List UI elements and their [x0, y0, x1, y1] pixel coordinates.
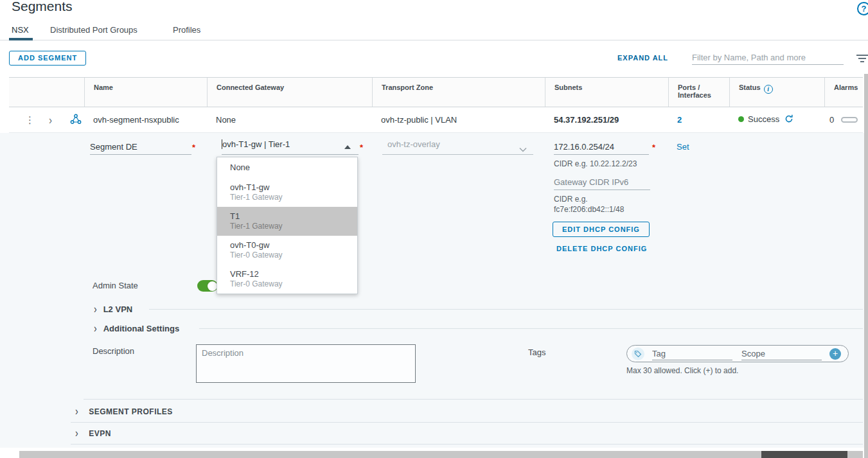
additional-settings-label: Additional Settings: [103, 324, 179, 333]
tab-nsx[interactable]: NSX: [12, 25, 29, 35]
active-tab-underline: [9, 38, 33, 40]
dropdown-option-sublabel: Tier-1 Gateway: [230, 193, 357, 202]
column-header-controls: [9, 78, 84, 107]
evpn-expander[interactable]: ›EVPN: [75, 428, 111, 438]
description-textarea[interactable]: [196, 344, 416, 383]
cell-subnets: 54.37.192.251/29: [545, 115, 668, 125]
add-tag-button[interactable]: +: [829, 348, 841, 360]
column-header-name: Name: [84, 78, 207, 107]
gateway-cidr-input[interactable]: [554, 139, 649, 155]
status-text: Success: [748, 114, 779, 124]
refresh-icon[interactable]: [784, 116, 793, 125]
description-label: Description: [93, 346, 134, 356]
dropdown-option-vrf-12[interactable]: VRF-12 Tier-0 Gateway: [217, 265, 357, 294]
gateway-cidr-ipv6-input[interactable]: [554, 175, 650, 190]
chevron-right-icon: ›: [75, 405, 78, 418]
chevron-down-icon[interactable]: [519, 145, 527, 154]
cell-alarms: 0: [824, 115, 863, 125]
tab-profiles[interactable]: Profiles: [173, 25, 200, 35]
dropdown-option-label: None: [230, 162, 357, 173]
column-header-status: Statusi: [729, 78, 824, 107]
column-header-alarms: Alarms: [824, 78, 863, 107]
success-dot-icon: [738, 116, 744, 122]
section-divider: [199, 328, 863, 329]
dropdown-option-label: ovh-T0-gw: [230, 240, 357, 251]
admin-state-label: Admin State: [93, 281, 138, 290]
tags-hint: Max 30 allowed. Click (+) to add.: [626, 366, 738, 375]
caret-up-icon[interactable]: [344, 145, 351, 149]
cell-transport-zone: ovh-tz-public | VLAN: [372, 115, 545, 125]
set-link[interactable]: Set: [677, 142, 689, 152]
page-title: Segments: [12, 0, 73, 14]
segment-edit-form: [0, 133, 868, 448]
dropdown-option-label: ovh-T1-gw: [230, 182, 357, 193]
table-row: ⋮ › ovh-segment-nsxpublic None ovh-tz-pu…: [9, 107, 863, 133]
alarms-count: 0: [829, 115, 834, 125]
dropdown-option-t1[interactable]: T1 Tier-1 Gateway: [217, 207, 357, 236]
dropdown-option-sublabel: Tier-0 Gateway: [230, 251, 357, 260]
gateway-cidr-hint: CIDR e.g. 10.22.12.2/23: [554, 159, 637, 168]
chevron-right-icon[interactable]: ›: [49, 113, 52, 126]
required-marker: *: [652, 143, 655, 152]
admin-state-toggle[interactable]: [197, 280, 218, 292]
horizontal-scrollbar-thumb[interactable]: [761, 451, 847, 458]
filter-input[interactable]: [692, 51, 844, 65]
row-menu-icon[interactable]: ⋮: [25, 116, 35, 125]
toggle-knob: [208, 281, 217, 291]
chevron-right-icon: ›: [94, 303, 97, 315]
horizontal-scrollbar[interactable]: [19, 451, 863, 458]
tags-label: Tags: [528, 348, 545, 357]
filter-icon[interactable]: [856, 55, 868, 64]
expand-all-link[interactable]: EXPAND ALL: [617, 54, 668, 62]
divider: [71, 422, 863, 423]
dropdown-option-label: T1: [230, 211, 357, 222]
scope-input[interactable]: [741, 348, 822, 360]
dropdown-option-sublabel: Tier-1 Gateway: [230, 222, 357, 231]
ports-count-link[interactable]: 2: [677, 115, 682, 125]
alarm-gauge-icon[interactable]: [841, 117, 858, 123]
segment-profiles-expander[interactable]: ›SEGMENT PROFILES: [75, 406, 173, 416]
vertical-scrollbar[interactable]: [864, 74, 868, 458]
column-header-subnets: Subnets: [545, 78, 668, 107]
additional-settings-expander[interactable]: ›Additional Settings: [94, 323, 179, 333]
transport-zone-combobox[interactable]: ovh-tz-overlay: [382, 139, 533, 155]
tab-bar: NSX Distributed Port Groups Profiles: [0, 23, 868, 40]
l2vpn-label: L2 VPN: [103, 304, 133, 314]
help-icon[interactable]: ?: [857, 2, 868, 15]
dropdown-option-sublabel: Tier-0 Gateway: [230, 279, 357, 289]
tags-input-group: +: [626, 345, 849, 362]
column-header-ports-interfaces: Ports / Interfaces: [668, 78, 729, 107]
tab-distributed-port-groups[interactable]: Distributed Port Groups: [50, 25, 137, 35]
delete-dhcp-config-link[interactable]: DELETE DHCP CONFIG: [556, 245, 647, 252]
segment-icon: [70, 114, 82, 127]
cell-status: Success: [729, 114, 824, 125]
divider: [84, 399, 863, 400]
segment-name-input[interactable]: [90, 139, 191, 155]
info-icon[interactable]: i: [764, 85, 773, 94]
tag-icon: [632, 348, 644, 360]
dropdown-option-none[interactable]: None: [217, 157, 357, 178]
segments-page: Segments ? NSX Distributed Port Groups P…: [0, 0, 868, 458]
status-header-label: Status: [739, 84, 761, 91]
section-divider: [149, 309, 863, 310]
cell-connected-gateway: None: [207, 115, 372, 125]
dropdown-option-ovh-t1-gw[interactable]: ovh-T1-gw Tier-1 Gateway: [217, 178, 357, 207]
gateway-cidr-ipv6-hint: CIDR e.g. fc7e:f206:db42::1/48: [554, 194, 660, 215]
column-header-connected-gateway: Connected Gateway: [207, 78, 372, 107]
connected-gateway-combobox[interactable]: ovh-T1-gw | Tier-1: [222, 139, 359, 155]
edit-dhcp-config-button[interactable]: EDIT DHCP CONFIG: [553, 222, 650, 237]
chevron-right-icon: ›: [94, 322, 97, 335]
chevron-right-icon: ›: [75, 427, 78, 439]
required-marker: *: [192, 143, 195, 152]
add-segment-button[interactable]: ADD SEGMENT: [9, 51, 86, 66]
tag-input[interactable]: [652, 348, 732, 360]
transport-zone-value: ovh-tz-overlay: [387, 139, 440, 149]
evpn-label: EVPN: [89, 429, 111, 438]
dropdown-option-label: VRF-12: [230, 269, 357, 279]
segment-profiles-label: SEGMENT PROFILES: [89, 407, 173, 416]
required-marker: *: [360, 143, 363, 152]
connected-gateway-value: ovh-T1-gw | Tier-1: [222, 139, 290, 149]
divider: [71, 444, 863, 445]
l2vpn-expander[interactable]: ›L2 VPN: [94, 304, 132, 314]
dropdown-option-ovh-t0-gw[interactable]: ovh-T0-gw Tier-0 Gateway: [217, 236, 357, 265]
